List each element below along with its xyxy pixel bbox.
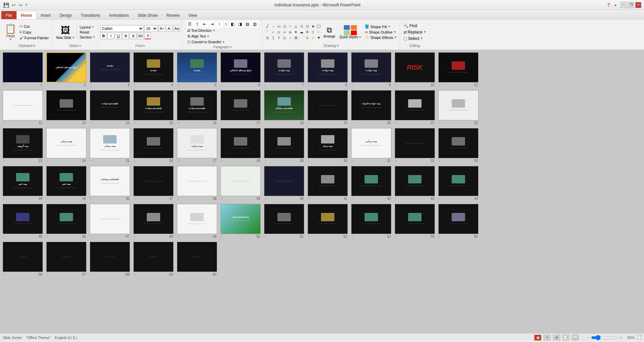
- decrease-indent-button[interactable]: ⇤: [201, 21, 208, 27]
- shape-smiley[interactable]: ☺: [305, 35, 310, 41]
- paste-dropdown[interactable]: ▼: [9, 38, 12, 41]
- slide-thumb-27[interactable]: بیمه درمانی— — — — — — — — —☆27: [177, 128, 217, 163]
- slides-expand[interactable]: ⧉: [79, 44, 81, 48]
- slide-star-13[interactable]: ☆: [46, 121, 49, 124]
- text-direction-button[interactable]: ⇄ Text Direction ▼: [187, 28, 216, 33]
- slide-star-24[interactable]: ☆: [46, 159, 49, 162]
- save-icon[interactable]: 💾: [3, 2, 10, 8]
- restore-button[interactable]: ❐: [628, 2, 634, 8]
- slide-thumb-21[interactable]: — — — — — — — — —☆21: [395, 90, 435, 125]
- slide-thumb-55[interactable]: — — — — — — — — —☆55: [438, 204, 478, 238]
- slide-thumb-39[interactable]: — — — — — — — — —☆39: [220, 166, 261, 201]
- slide-thumb-6[interactable]: انواع بیمه‌های اشخاص— — — — — — — — —☆6: [220, 52, 261, 87]
- shape-heart[interactable]: ♥: [293, 30, 299, 35]
- slide-star-53[interactable]: ☆: [351, 235, 354, 238]
- slide-star-25[interactable]: ☆: [90, 159, 92, 162]
- drawing-expand[interactable]: ⧉: [337, 44, 339, 48]
- slide-star-57[interactable]: ☆: [46, 273, 49, 276]
- close-button[interactable]: ✕: [635, 2, 641, 8]
- slide-thumb-22[interactable]: — — — — — — — — —☆22: [438, 90, 478, 125]
- shape-rounded-rect[interactable]: ▢: [282, 24, 287, 29]
- tab-insert[interactable]: Insert: [37, 11, 55, 19]
- slide-star-32[interactable]: ☆: [395, 159, 397, 162]
- slide-thumb-7[interactable]: بیمه حوادث— — — — — — — — —☆7: [264, 52, 304, 87]
- slide-thumb-34[interactable]: بیمه عمر— — — — — — — — —☆34: [3, 166, 43, 201]
- shape-bracket[interactable]: ⌷: [310, 30, 316, 35]
- quick-styles-dropdown[interactable]: ▼: [359, 36, 361, 39]
- slide-star-17[interactable]: ☆: [220, 121, 223, 124]
- format-painter-button[interactable]: 🖌 Format Painter: [18, 35, 50, 41]
- slide-star-45[interactable]: ☆: [3, 235, 5, 238]
- font-expand[interactable]: ⧉: [143, 44, 145, 48]
- slide-thumb-11[interactable]: — — — — — — — — —☆11: [438, 52, 478, 87]
- copy-button[interactable]: ⎘ Copy: [18, 30, 50, 35]
- slide-thumb-57[interactable]: — — — —☆57: [46, 242, 86, 276]
- slide-star-29[interactable]: ☆: [264, 159, 267, 162]
- slide-star-16[interactable]: ☆: [177, 121, 180, 124]
- slide-thumb-24[interactable]: بیمه درمانی— — — — — — — — —☆24: [46, 128, 86, 163]
- slide-star-56[interactable]: ☆: [3, 273, 5, 276]
- shape-fill-dropdown[interactable]: ▼: [388, 25, 390, 28]
- slide-thumb-8[interactable]: بیمه حوادث— — — — — — — — —☆8: [308, 52, 348, 87]
- slide-thumb-35[interactable]: بیمه عمر— — — — — — — — —☆35: [46, 166, 86, 201]
- slide-star-52[interactable]: ☆: [308, 235, 310, 238]
- slide-star-30[interactable]: ☆: [308, 159, 310, 162]
- ribbon-toggle[interactable]: ▲: [614, 3, 617, 7]
- slide-thumb-52[interactable]: — — — — — — — — —☆52: [308, 204, 348, 238]
- slide-star-11[interactable]: ☆: [438, 83, 441, 87]
- shape-line[interactable]: ╱: [265, 24, 270, 29]
- center-button[interactable]: ◨: [237, 21, 244, 27]
- zoom-in-icon[interactable]: +: [620, 336, 622, 340]
- clear-format-button[interactable]: Aa: [173, 25, 180, 32]
- slide-thumb-15[interactable]: طبقه‌بندی حوادث— — — — — — — — —☆15: [133, 90, 174, 125]
- slide-thumb-14[interactable]: طبقه‌بندی حوادث— — — — — — — — —☆14: [90, 90, 130, 125]
- bullets-button[interactable]: ☰: [187, 21, 193, 27]
- slide-star-26[interactable]: ☆: [133, 159, 136, 162]
- shape-fill-button[interactable]: 🪣 Shape Fill ▼: [364, 24, 397, 29]
- slide-star-3[interactable]: ☆: [90, 83, 92, 87]
- slide-star-58[interactable]: ☆: [90, 273, 92, 276]
- smartart-button[interactable]: ⬡: [223, 21, 229, 27]
- slide-thumb-31[interactable]: بیمه درمانی— — — — — — — — —☆31: [351, 128, 391, 163]
- arrange-button[interactable]: ⧉ Arrange: [322, 25, 337, 39]
- shape-diamond[interactable]: ◇: [276, 30, 281, 35]
- layout-button[interactable]: Layout ▼: [79, 25, 96, 30]
- slide-thumb-50[interactable]: LIFE INSURANCE— — — — — — — — —☆50: [220, 204, 261, 238]
- slide-star-39[interactable]: ☆: [220, 197, 223, 200]
- slide-thumb-28[interactable]: — — — — — — — — —☆28: [220, 128, 261, 163]
- slide-thumb-53[interactable]: — — — — — — — — —☆53: [351, 204, 391, 238]
- slide-star-2[interactable]: ☆: [46, 83, 49, 87]
- view-outline-button[interactable]: ≡: [543, 335, 551, 341]
- view-normal-button[interactable]: ▣: [534, 335, 541, 341]
- shape-connector[interactable]: ⌐: [270, 30, 276, 35]
- slide-thumb-58[interactable]: — — — —☆58: [90, 242, 130, 276]
- slide-thumb-48[interactable]: — — — — — — — — —☆48: [133, 204, 174, 238]
- slide-thumb-32[interactable]: — — — — — — — — —☆32: [395, 128, 435, 163]
- increase-indent-button[interactable]: ⇥: [209, 21, 215, 27]
- slide-star-46[interactable]: ☆: [46, 235, 49, 238]
- font-size-select[interactable]: 18: [144, 25, 158, 32]
- view-reading-button[interactable]: 📖: [572, 335, 579, 341]
- shape-effects-button[interactable]: ✨ Shape Effects ▼: [364, 35, 397, 40]
- shape-effects-dropdown[interactable]: ▼: [394, 36, 397, 39]
- slide-thumb-18[interactable]: طبقه‌بندی مشاغل— — — — — — — — —☆18: [264, 90, 304, 125]
- slide-star-18[interactable]: ☆: [264, 121, 267, 124]
- slide-thumb-29[interactable]: — — — — — — — — —☆29: [264, 128, 304, 163]
- fit-page-icon[interactable]: ⛶: [637, 335, 641, 340]
- slide-thumb-4[interactable]: مقدمه— — — — — — — — —☆4: [133, 52, 174, 87]
- shape-process[interactable]: →: [287, 35, 293, 41]
- numbering-button[interactable]: ⒈: [194, 21, 201, 27]
- tab-home[interactable]: Home: [16, 11, 36, 19]
- slide-thumb-33[interactable]: — — — — — — — — —☆33: [438, 128, 478, 163]
- view-sorter-button[interactable]: ⊞: [553, 335, 560, 341]
- slide-thumb-49[interactable]: — — — — — — — — —☆49: [177, 204, 217, 238]
- convert-smartart-dropdown[interactable]: ▼: [222, 41, 225, 44]
- slide-thumb-60[interactable]: — — — —☆60: [177, 242, 217, 276]
- slide-thumb-25[interactable]: بیمه درمانی— — — — — — — — —☆25: [90, 128, 130, 163]
- slide-thumb-26[interactable]: — — — — — — — — —☆26: [133, 128, 174, 163]
- slide-thumb-2[interactable]: انواع بیمه‌های اشخاص☆2: [46, 52, 86, 87]
- shape-flow[interactable]: ◻: [282, 35, 287, 41]
- slide-thumb-45[interactable]: — — — — — — — — —☆45: [3, 204, 43, 238]
- slide-thumb-42[interactable]: — — — — — — — — —☆42: [351, 166, 391, 201]
- slide-thumb-56[interactable]: — — — —☆56: [3, 242, 43, 276]
